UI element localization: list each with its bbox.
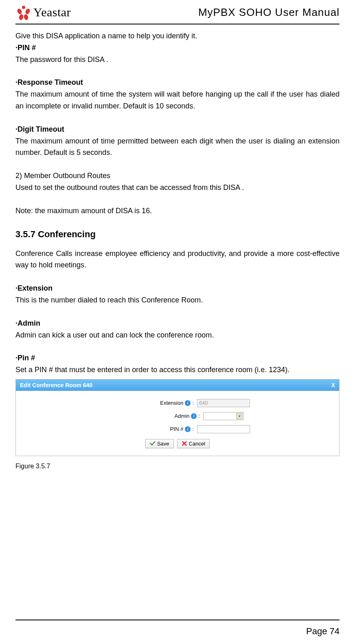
info-icon[interactable]: i [185, 426, 191, 432]
form-row-admin: Admin i : ▾ [16, 412, 339, 420]
page-body: Give this DISA application a name to hel… [15, 30, 340, 472]
info-icon[interactable]: i [185, 400, 191, 406]
label-extension: Extension i : [105, 400, 195, 406]
dialog-titlebar: Edit Conference Room 640 X [16, 379, 339, 391]
page-header: Yeastar MyPBX SOHO User Manual [15, 4, 340, 24]
heading-pin: ·PIN # [15, 42, 340, 54]
dialog-body: Extension i : Admin i : ▾ [16, 391, 339, 456]
label-pin: PIN # i : [105, 426, 195, 432]
figure-caption: Figure 3.5.7 [15, 461, 340, 472]
brand-logo: Yeastar [15, 4, 71, 20]
text-disa-name: Give this DISA application a name to hel… [15, 30, 340, 42]
form-row-extension: Extension i : [16, 399, 339, 407]
chevron-down-icon: ▾ [236, 413, 243, 419]
svg-point-3 [18, 14, 24, 20]
svg-point-2 [25, 8, 31, 15]
svg-point-4 [23, 14, 28, 20]
svg-point-0 [22, 6, 25, 9]
brand-name: Yeastar [33, 5, 71, 19]
text-member-outbound: Used to set the outbound routes that can… [15, 182, 340, 194]
page-number: Page 74 [306, 626, 340, 637]
text-response-timeout: The maximum amount of time the system wi… [15, 88, 340, 112]
heading-member-outbound: 2) Member Outbound Routes [15, 170, 340, 182]
check-icon [150, 441, 156, 446]
yeastar-logo-icon [15, 4, 32, 20]
heading-extension: ·Extension [15, 282, 340, 294]
text-pin2: Set a PIN # that must be entered in orde… [15, 364, 340, 376]
text-extension: This is the number dialed to reach this … [15, 294, 340, 306]
cross-icon [182, 441, 187, 446]
footer-rule [15, 620, 340, 620]
dialog-button-row: Save Cancel [16, 439, 339, 448]
info-icon[interactable]: i [191, 413, 197, 419]
text-note: Note: the maximum amount of DISA is 16. [15, 205, 340, 217]
text-admin: Admin can kick a user out and can lock t… [15, 329, 340, 341]
save-button[interactable]: Save [145, 439, 174, 448]
admin-select[interactable]: ▾ [203, 412, 244, 420]
extension-field[interactable] [197, 399, 250, 407]
label-admin: Admin i : [111, 413, 201, 419]
form-row-pin: PIN # i : [16, 425, 339, 433]
close-icon[interactable]: X [331, 382, 335, 388]
dialog-edit-conference: Edit Conference Room 640 X Extension i :… [15, 379, 340, 456]
heading-response-timeout: ·Response Timeout [15, 77, 340, 88]
text-digit-timeout: The maximum amount of time permitted bet… [15, 135, 340, 159]
svg-point-1 [17, 8, 23, 15]
dialog-title: Edit Conference Room 640 [20, 382, 92, 388]
heading-admin: ·Admin [15, 318, 340, 329]
doc-title: MyPBX SOHO User Manual [198, 6, 340, 19]
section-conferencing: 3.5.7 Conferencing [15, 229, 340, 240]
text-pin: The password for this DISA . [15, 54, 340, 66]
pin-field[interactable] [197, 425, 250, 433]
cancel-button[interactable]: Cancel [177, 439, 210, 448]
heading-digit-timeout: ·Digit Timeout [15, 124, 340, 135]
heading-pin2: ·Pin # [15, 352, 340, 364]
text-conf-intro: Conference Calls increase employee effic… [15, 248, 340, 271]
